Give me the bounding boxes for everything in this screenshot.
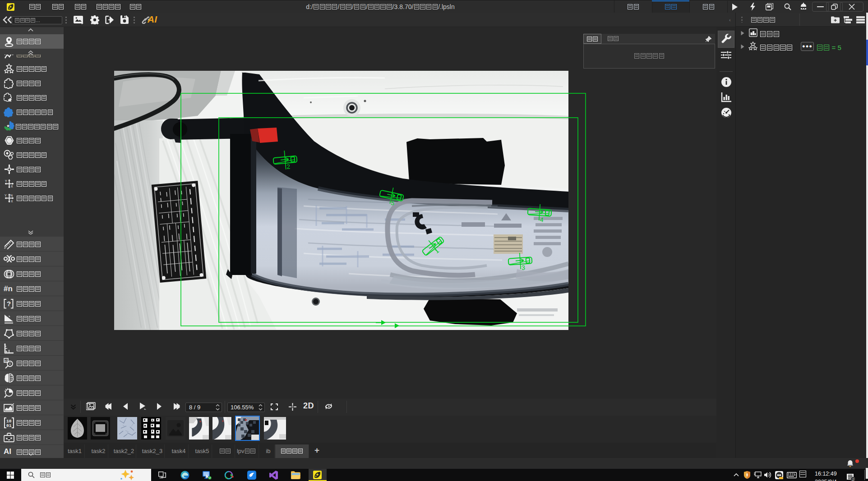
svg-text:4: 4 [540, 216, 544, 224]
svg-text:2: 2 [286, 163, 291, 170]
svg-text:?: ? [7, 300, 11, 307]
svg-text:N: N [10, 194, 13, 197]
svg-text:Y: Y [5, 194, 7, 197]
svg-text:01: 01 [6, 423, 12, 428]
svg-text:Y: Y [5, 179, 7, 183]
svg-text:3: 3 [521, 264, 525, 271]
svg-text:X: X [11, 200, 13, 203]
svg-text:2: 2 [852, 477, 854, 481]
svg-text:X: X [11, 185, 13, 188]
